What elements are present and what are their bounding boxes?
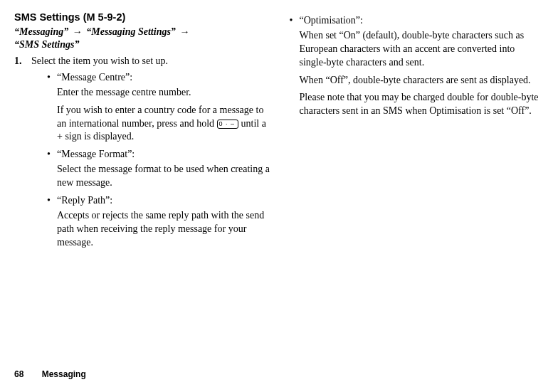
option-title: “Message Centre”: (57, 72, 132, 83)
footer-section-name: Messaging (42, 369, 86, 379)
options-list: “Message Centre”: Enter the message cent… (31, 71, 271, 250)
left-column: SMS Settings (M 5-9-2) “Messaging” → “Me… (14, 11, 271, 254)
breadcrumb-part-1: “Messaging” (14, 26, 68, 37)
option-message-centre: “Message Centre”: Enter the message cent… (47, 71, 271, 144)
option-message-format: “Message Format”: Select the message for… (47, 148, 271, 190)
breadcrumb-part-3: “SMS Settings” (14, 39, 79, 50)
option-title: “Reply Path”: (57, 195, 112, 206)
option-desc-line: Select the message format to be used whe… (57, 163, 271, 190)
arrow-icon: → (178, 26, 191, 37)
option-title: “Message Format”: (57, 149, 135, 159)
option-desc-line: When set “On” (default), double-byte cha… (300, 29, 541, 70)
options-list-continued: “Optimisation”: When set “On” (default),… (284, 14, 541, 118)
option-desc-line: Accepts or rejects the same reply path w… (57, 209, 271, 250)
option-desc-line: Please note that you may be charged doub… (300, 91, 541, 118)
option-desc-line: When “Off”, double-byte characters are s… (300, 74, 541, 88)
keypad-zero-icon: 0 · – (217, 120, 239, 129)
arrow-icon: → (71, 26, 84, 37)
breadcrumb-part-2: “Messaging Settings” (86, 26, 176, 37)
breadcrumb-path: “Messaging” → “Messaging Settings” → “SM… (14, 26, 271, 51)
procedure-step-1: 1. Select the item you wish to set up. “… (14, 55, 271, 250)
option-desc-line: Enter the message centre number. (57, 86, 271, 100)
procedure-list: 1. Select the item you wish to set up. “… (14, 55, 271, 250)
right-column: “Optimisation”: When set “On” (default),… (284, 11, 541, 254)
key-label: 0 (219, 120, 223, 127)
step-text: Select the item you wish to set up. (31, 55, 168, 66)
page-footer: 68 Messaging (14, 369, 86, 379)
section-heading: SMS Settings (M 5-9-2) (14, 11, 271, 23)
page-number: 68 (14, 369, 23, 379)
two-column-layout: SMS Settings (M 5-9-2) “Messaging” → “Me… (14, 11, 540, 254)
step-number: 1. (14, 55, 22, 68)
option-title: “Optimisation”: (300, 15, 363, 26)
option-optimisation: “Optimisation”: When set “On” (default),… (290, 14, 541, 118)
option-desc-para: If you wish to enter a country code for … (57, 104, 271, 144)
option-reply-path: “Reply Path”: Accepts or rejects the sam… (47, 194, 271, 250)
page: SMS Settings (M 5-9-2) “Messaging” → “Me… (0, 0, 553, 392)
